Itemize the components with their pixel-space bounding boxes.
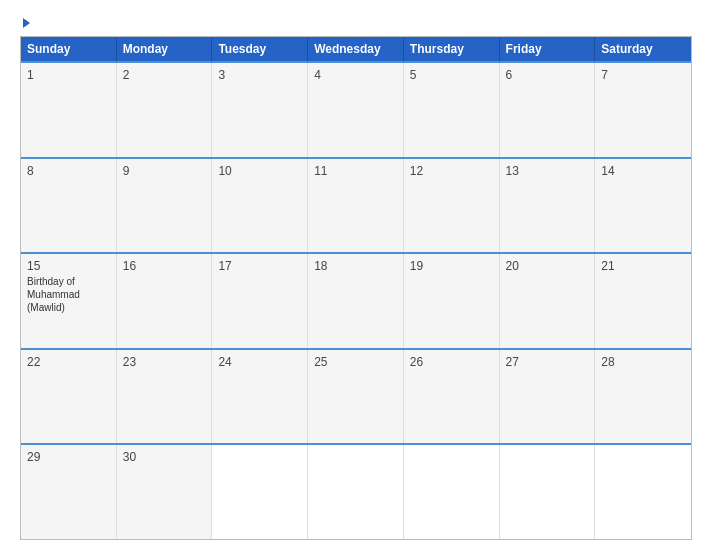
day-number: 2 bbox=[123, 68, 206, 82]
day-number: 30 bbox=[123, 450, 206, 464]
header-tuesday: Tuesday bbox=[212, 37, 308, 61]
day-number: 8 bbox=[27, 164, 110, 178]
day-number: 22 bbox=[27, 355, 110, 369]
day-number: 21 bbox=[601, 259, 685, 273]
day-number: 4 bbox=[314, 68, 397, 82]
calendar-cell-w2-d4: 11 bbox=[308, 159, 404, 253]
calendar-cell-w3-d1: 15Birthday of Muhammad (Mawlid) bbox=[21, 254, 117, 348]
calendar-cell-w2-d5: 12 bbox=[404, 159, 500, 253]
day-number: 18 bbox=[314, 259, 397, 273]
page: Sunday Monday Tuesday Wednesday Thursday… bbox=[0, 0, 712, 550]
calendar-week-3: 15Birthday of Muhammad (Mawlid)161718192… bbox=[21, 252, 691, 348]
calendar-cell-w4-d5: 26 bbox=[404, 350, 500, 444]
day-number: 6 bbox=[506, 68, 589, 82]
header-friday: Friday bbox=[500, 37, 596, 61]
calendar-cell-w5-d2: 30 bbox=[117, 445, 213, 539]
logo bbox=[20, 18, 30, 28]
day-number: 29 bbox=[27, 450, 110, 464]
logo-triangle-icon bbox=[23, 18, 30, 28]
calendar-cell-w1-d7: 7 bbox=[595, 63, 691, 157]
calendar-cell-w3-d4: 18 bbox=[308, 254, 404, 348]
header-sunday: Sunday bbox=[21, 37, 117, 61]
calendar-cell-w3-d2: 16 bbox=[117, 254, 213, 348]
day-number: 13 bbox=[506, 164, 589, 178]
day-number: 17 bbox=[218, 259, 301, 273]
day-number: 10 bbox=[218, 164, 301, 178]
header-saturday: Saturday bbox=[595, 37, 691, 61]
calendar-cell-w2-d3: 10 bbox=[212, 159, 308, 253]
calendar-cell-w3-d3: 17 bbox=[212, 254, 308, 348]
logo-blue-row bbox=[20, 18, 30, 28]
calendar-cell-w2-d1: 8 bbox=[21, 159, 117, 253]
day-number: 20 bbox=[506, 259, 589, 273]
calendar-cell-w1-d3: 3 bbox=[212, 63, 308, 157]
day-number: 25 bbox=[314, 355, 397, 369]
day-number: 26 bbox=[410, 355, 493, 369]
header bbox=[20, 18, 692, 28]
calendar-cell-w5-d3 bbox=[212, 445, 308, 539]
day-number: 15 bbox=[27, 259, 110, 273]
calendar-cell-w2-d6: 13 bbox=[500, 159, 596, 253]
calendar-cell-w5-d5 bbox=[404, 445, 500, 539]
calendar-cell-w4-d7: 28 bbox=[595, 350, 691, 444]
calendar-body: 123456789101112131415Birthday of Muhamma… bbox=[21, 61, 691, 539]
day-number: 28 bbox=[601, 355, 685, 369]
calendar-cell-w4-d6: 27 bbox=[500, 350, 596, 444]
calendar-cell-w5-d1: 29 bbox=[21, 445, 117, 539]
day-number: 5 bbox=[410, 68, 493, 82]
calendar-cell-w2-d2: 9 bbox=[117, 159, 213, 253]
calendar-cell-w1-d5: 5 bbox=[404, 63, 500, 157]
day-number: 9 bbox=[123, 164, 206, 178]
calendar-week-5: 2930 bbox=[21, 443, 691, 539]
day-number: 27 bbox=[506, 355, 589, 369]
calendar-week-1: 1234567 bbox=[21, 61, 691, 157]
calendar-cell-w4-d2: 23 bbox=[117, 350, 213, 444]
calendar-header-row: Sunday Monday Tuesday Wednesday Thursday… bbox=[21, 37, 691, 61]
calendar-cell-w3-d6: 20 bbox=[500, 254, 596, 348]
day-number: 23 bbox=[123, 355, 206, 369]
calendar-cell-w1-d6: 6 bbox=[500, 63, 596, 157]
day-number: 19 bbox=[410, 259, 493, 273]
calendar-cell-w3-d5: 19 bbox=[404, 254, 500, 348]
calendar: Sunday Monday Tuesday Wednesday Thursday… bbox=[20, 36, 692, 540]
calendar-cell-w3-d7: 21 bbox=[595, 254, 691, 348]
calendar-week-2: 891011121314 bbox=[21, 157, 691, 253]
day-number: 12 bbox=[410, 164, 493, 178]
day-number: 7 bbox=[601, 68, 685, 82]
header-monday: Monday bbox=[117, 37, 213, 61]
day-number: 14 bbox=[601, 164, 685, 178]
calendar-cell-w1-d2: 2 bbox=[117, 63, 213, 157]
calendar-cell-w4-d3: 24 bbox=[212, 350, 308, 444]
calendar-cell-w5-d7 bbox=[595, 445, 691, 539]
calendar-cell-w5-d4 bbox=[308, 445, 404, 539]
day-number: 3 bbox=[218, 68, 301, 82]
calendar-cell-w5-d6 bbox=[500, 445, 596, 539]
holiday-label: Birthday of Muhammad (Mawlid) bbox=[27, 275, 110, 314]
calendar-cell-w1-d4: 4 bbox=[308, 63, 404, 157]
day-number: 11 bbox=[314, 164, 397, 178]
calendar-cell-w4-d1: 22 bbox=[21, 350, 117, 444]
day-number: 24 bbox=[218, 355, 301, 369]
day-number: 16 bbox=[123, 259, 206, 273]
calendar-cell-w1-d1: 1 bbox=[21, 63, 117, 157]
calendar-week-4: 22232425262728 bbox=[21, 348, 691, 444]
day-number: 1 bbox=[27, 68, 110, 82]
calendar-cell-w2-d7: 14 bbox=[595, 159, 691, 253]
header-thursday: Thursday bbox=[404, 37, 500, 61]
calendar-cell-w4-d4: 25 bbox=[308, 350, 404, 444]
header-wednesday: Wednesday bbox=[308, 37, 404, 61]
